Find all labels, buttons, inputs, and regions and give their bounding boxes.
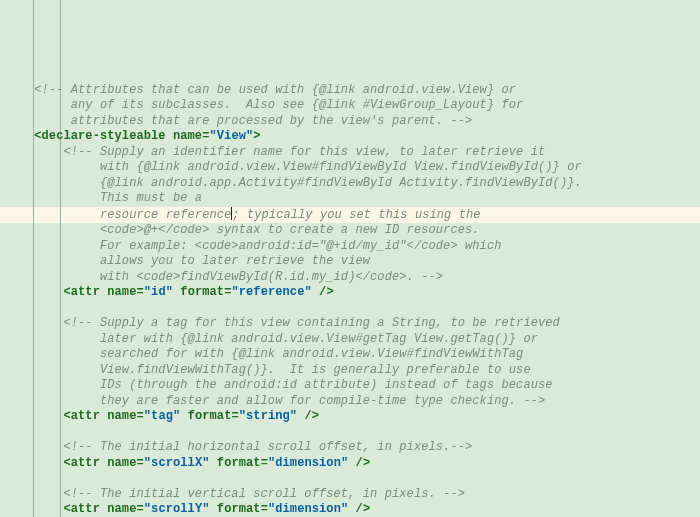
code-line: This must be a — [5, 191, 700, 207]
code-line: <attr name="tag" format="string" /> — [5, 409, 700, 425]
code-line: <attr name="scrollY" format="dimension" … — [5, 502, 700, 517]
code-line: with {@link android.view.View#findViewBy… — [5, 160, 700, 176]
code-line: <!-- The initial vertical scroll offset,… — [5, 487, 700, 503]
code-line: later with {@link android.view.View#getT… — [5, 332, 700, 348]
code-line: resource reference; typically you set th… — [5, 207, 700, 224]
code-line: <!-- Supply a tag for this view containi… — [5, 316, 700, 332]
code-line: For example: <code>android:id="@+id/my_i… — [5, 239, 700, 255]
code-line: attributes that are processed by the vie… — [5, 114, 700, 130]
code-line — [5, 301, 700, 317]
code-line: <attr name="id" format="reference" /> — [5, 285, 700, 301]
code-line: <!-- Supply an identifier name for this … — [5, 145, 700, 161]
code-editor: <!-- Attributes that can be used with {@… — [0, 0, 700, 517]
code-line: with <code>findViewById(R.id.my_id)</cod… — [5, 270, 700, 286]
code-line: <attr name="scrollX" format="dimension" … — [5, 456, 700, 472]
code-line: View.findViewWithTag()}. It is generally… — [5, 363, 700, 379]
code-line: they are faster and allow for compile-ti… — [5, 394, 700, 410]
code-line: allows you to later retrieve the view — [5, 254, 700, 270]
code-line: <!-- Attributes that can be used with {@… — [5, 83, 700, 99]
code-line: <code>@+</code> syntax to create a new I… — [5, 223, 700, 239]
code-line — [5, 471, 700, 487]
code-line: any of its subclasses. Also see {@link #… — [5, 98, 700, 114]
code-line: searched for with {@link android.view.Vi… — [5, 347, 700, 363]
code-lines: <!-- Attributes that can be used with {@… — [5, 83, 700, 518]
code-line: <!-- The initial horizontal scroll offse… — [5, 440, 700, 456]
code-line — [5, 425, 700, 441]
code-line: <declare-styleable name="View"> — [5, 129, 700, 145]
code-line: {@link android.app.Activity#findViewById… — [5, 176, 700, 192]
code-line: IDs (through the android:id attribute) i… — [5, 378, 700, 394]
